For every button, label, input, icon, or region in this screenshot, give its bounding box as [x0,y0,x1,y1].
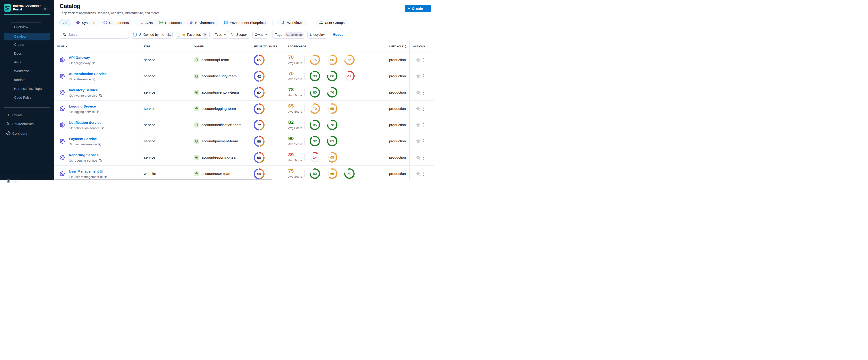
svg-text:A: A [225,22,227,24]
